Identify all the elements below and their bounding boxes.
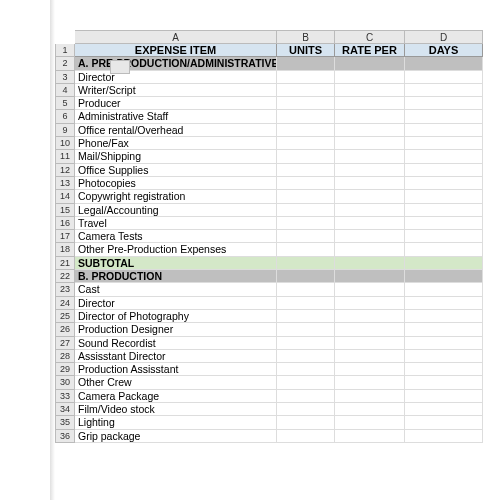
row-header[interactable]: 2 [55, 57, 75, 70]
cell-units[interactable] [277, 257, 335, 270]
row-header[interactable]: 33 [55, 390, 75, 403]
cell-rate-per[interactable] [335, 230, 405, 243]
cell-days[interactable] [405, 376, 483, 389]
cell-days[interactable] [405, 390, 483, 403]
cell-expense-item[interactable]: Other Pre-Production Expenses [75, 243, 277, 256]
cell-units[interactable] [277, 243, 335, 256]
cell-days[interactable] [405, 350, 483, 363]
cell-days[interactable] [405, 177, 483, 190]
cell-units[interactable] [277, 323, 335, 336]
cell-days[interactable] [405, 297, 483, 310]
column-header-b[interactable]: B [277, 30, 335, 44]
cell-units[interactable] [277, 416, 335, 429]
cell-units[interactable] [277, 230, 335, 243]
cell-expense-item[interactable]: Production Designer [75, 323, 277, 336]
row-header[interactable]: 4 [55, 84, 75, 97]
cell-units[interactable] [277, 310, 335, 323]
row-header[interactable]: 26 [55, 323, 75, 336]
row-header[interactable]: 3 [55, 71, 75, 84]
cell-rate-per[interactable] [335, 310, 405, 323]
cell-units[interactable] [277, 84, 335, 97]
cell-days[interactable]: DAYS [405, 44, 483, 57]
cell-expense-item[interactable]: Sound Recordist [75, 337, 277, 350]
cell-rate-per[interactable] [335, 150, 405, 163]
cell-expense-item[interactable]: Writer/Script [75, 84, 277, 97]
row-header[interactable]: 18 [55, 243, 75, 256]
cell-days[interactable] [405, 217, 483, 230]
cell-expense-item[interactable]: Director of Photography [75, 310, 277, 323]
cell-rate-per[interactable] [335, 257, 405, 270]
row-header[interactable]: 22 [55, 270, 75, 283]
cell-days[interactable] [405, 310, 483, 323]
cell-expense-item[interactable]: Office Supplies [75, 164, 277, 177]
cell-days[interactable] [405, 150, 483, 163]
cell-rate-per[interactable] [335, 84, 405, 97]
cell-rate-per[interactable]: RATE PER [335, 44, 405, 57]
cell-units[interactable] [277, 430, 335, 443]
cell-expense-item[interactable]: SUBTOTAL [75, 257, 277, 270]
cell-expense-item[interactable]: Film/Video stock [75, 403, 277, 416]
cell-expense-item[interactable]: B. PRODUCTION [75, 270, 277, 283]
cell-expense-item[interactable]: Travel [75, 217, 277, 230]
cell-units[interactable] [277, 270, 335, 283]
cell-days[interactable] [405, 164, 483, 177]
cell-days[interactable] [405, 323, 483, 336]
cell-days[interactable] [405, 97, 483, 110]
cell-days[interactable] [405, 84, 483, 97]
cell-rate-per[interactable] [335, 337, 405, 350]
cell-rate-per[interactable] [335, 283, 405, 296]
cell-rate-per[interactable] [335, 97, 405, 110]
cell-expense-item[interactable]: Photocopies [75, 177, 277, 190]
cell-days[interactable] [405, 57, 483, 70]
cell-days[interactable] [405, 190, 483, 203]
row-header[interactable]: 9 [55, 124, 75, 137]
cell-days[interactable] [405, 257, 483, 270]
row-header[interactable]: 5 [55, 97, 75, 110]
cell-days[interactable] [405, 137, 483, 150]
cell-units[interactable] [277, 363, 335, 376]
cell-units[interactable] [277, 124, 335, 137]
row-header[interactable]: 16 [55, 217, 75, 230]
cell-expense-item[interactable]: Legal/Accounting [75, 204, 277, 217]
row-header[interactable]: 21 [55, 257, 75, 270]
row-header[interactable]: 25 [55, 310, 75, 323]
cell-rate-per[interactable] [335, 350, 405, 363]
cell-expense-item[interactable]: Lighting [75, 416, 277, 429]
row-header[interactable]: 24 [55, 297, 75, 310]
row-header[interactable]: 14 [55, 190, 75, 203]
cell-rate-per[interactable] [335, 243, 405, 256]
row-header[interactable]: 29 [55, 363, 75, 376]
cell-rate-per[interactable] [335, 204, 405, 217]
cell-units[interactable] [277, 190, 335, 203]
cell-units[interactable] [277, 403, 335, 416]
row-header[interactable]: 1 [55, 44, 75, 57]
cell-units[interactable] [277, 57, 335, 70]
cell-days[interactable] [405, 204, 483, 217]
cell-days[interactable] [405, 363, 483, 376]
cell-expense-item[interactable]: Production Assisstant [75, 363, 277, 376]
cell-units[interactable] [277, 177, 335, 190]
cell-units[interactable] [277, 217, 335, 230]
cell-rate-per[interactable] [335, 403, 405, 416]
cell-rate-per[interactable] [335, 297, 405, 310]
cell-rate-per[interactable] [335, 110, 405, 123]
cell-days[interactable] [405, 416, 483, 429]
column-header-c[interactable]: C [335, 30, 405, 44]
cell-days[interactable] [405, 270, 483, 283]
cell-units[interactable] [277, 390, 335, 403]
row-header[interactable]: 12 [55, 164, 75, 177]
cell-rate-per[interactable] [335, 430, 405, 443]
cell-days[interactable] [405, 124, 483, 137]
cell-rate-per[interactable] [335, 416, 405, 429]
cell-units[interactable] [277, 204, 335, 217]
cell-units[interactable] [277, 283, 335, 296]
cell-rate-per[interactable] [335, 390, 405, 403]
cell-units[interactable] [277, 97, 335, 110]
cell-units[interactable] [277, 350, 335, 363]
row-header[interactable]: 27 [55, 337, 75, 350]
row-header[interactable]: 11 [55, 150, 75, 163]
cell-units[interactable]: UNITS [277, 44, 335, 57]
cell-units[interactable] [277, 110, 335, 123]
cell-expense-item[interactable]: Director [75, 71, 277, 84]
cell-expense-item[interactable]: Director [75, 297, 277, 310]
